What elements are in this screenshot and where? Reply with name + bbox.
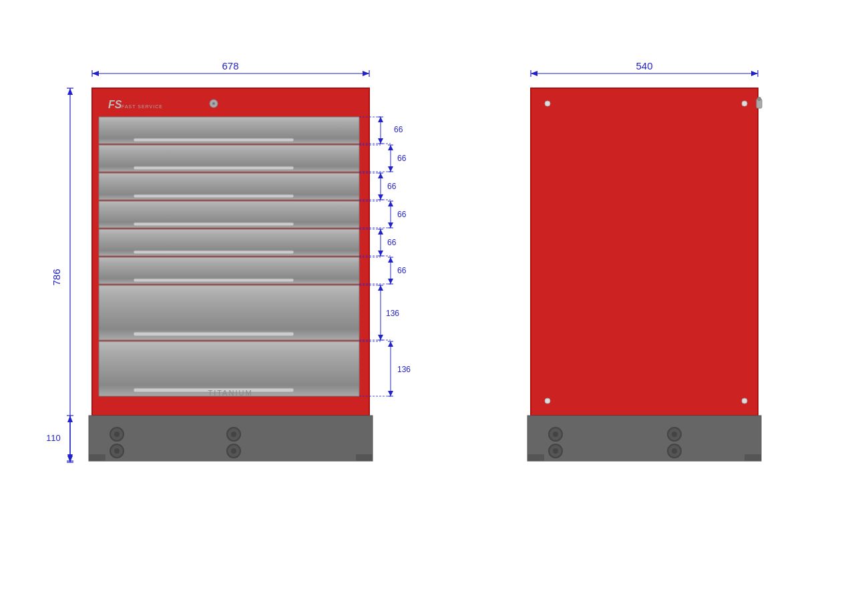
svg-rect-32 <box>89 454 105 461</box>
svg-marker-86 <box>388 257 393 263</box>
svg-point-131 <box>672 448 677 454</box>
svg-marker-75 <box>388 222 393 228</box>
svg-text:66: 66 <box>397 266 407 275</box>
svg-text:66: 66 <box>397 210 407 219</box>
svg-point-125 <box>553 432 558 437</box>
svg-point-119 <box>545 398 550 404</box>
svg-rect-133 <box>744 454 761 461</box>
svg-rect-7 <box>134 138 294 142</box>
svg-marker-57 <box>378 138 383 144</box>
svg-marker-92 <box>378 285 383 291</box>
svg-text:540: 540 <box>636 60 652 71</box>
svg-point-129 <box>553 448 558 454</box>
svg-marker-93 <box>378 335 383 340</box>
svg-marker-139 <box>751 71 758 76</box>
svg-marker-39 <box>363 71 369 76</box>
svg-text:678: 678 <box>222 60 238 71</box>
svg-text:FAST SERVICE: FAST SERVICE <box>122 104 163 109</box>
svg-rect-11 <box>134 194 294 198</box>
svg-text:FS: FS <box>108 99 122 110</box>
svg-point-27 <box>231 432 236 437</box>
svg-marker-98 <box>388 341 393 347</box>
svg-point-25 <box>114 432 120 437</box>
svg-marker-99 <box>388 391 393 396</box>
svg-point-120 <box>742 398 747 404</box>
svg-marker-63 <box>388 166 393 172</box>
svg-rect-19 <box>134 332 294 336</box>
svg-text:TITANIUM: TITANIUM <box>208 389 252 397</box>
svg-text:786: 786 <box>51 269 62 285</box>
svg-text:66: 66 <box>387 238 397 247</box>
svg-marker-69 <box>378 194 383 200</box>
svg-marker-44 <box>67 88 73 95</box>
svg-rect-13 <box>134 222 294 226</box>
svg-marker-56 <box>378 117 383 122</box>
svg-marker-50 <box>67 416 73 422</box>
svg-rect-17 <box>134 279 294 282</box>
svg-marker-68 <box>378 173 383 178</box>
svg-marker-138 <box>531 71 537 76</box>
svg-point-117 <box>545 101 550 106</box>
svg-rect-15 <box>134 251 294 254</box>
svg-marker-62 <box>388 145 393 150</box>
drawing-canvas: FS FAST SERVICE TITANIUM <box>0 0 868 614</box>
svg-rect-116 <box>531 88 758 416</box>
svg-rect-123 <box>527 416 761 461</box>
svg-rect-132 <box>527 454 544 461</box>
svg-text:136: 136 <box>386 309 399 318</box>
svg-marker-81 <box>378 251 383 256</box>
svg-marker-74 <box>388 201 393 206</box>
svg-text:66: 66 <box>387 182 397 191</box>
svg-point-122 <box>757 97 761 101</box>
svg-text:66: 66 <box>394 125 403 134</box>
svg-point-31 <box>231 448 236 454</box>
svg-point-118 <box>742 101 747 106</box>
svg-point-29 <box>114 448 120 454</box>
svg-text:66: 66 <box>397 154 407 163</box>
svg-text:110: 110 <box>46 433 61 443</box>
svg-marker-87 <box>388 279 393 284</box>
svg-marker-38 <box>92 71 99 76</box>
svg-point-5 <box>212 102 215 105</box>
svg-text:136: 136 <box>397 365 411 374</box>
svg-marker-80 <box>378 229 383 235</box>
svg-point-127 <box>672 432 677 437</box>
svg-rect-9 <box>134 166 294 170</box>
svg-rect-33 <box>356 454 373 461</box>
